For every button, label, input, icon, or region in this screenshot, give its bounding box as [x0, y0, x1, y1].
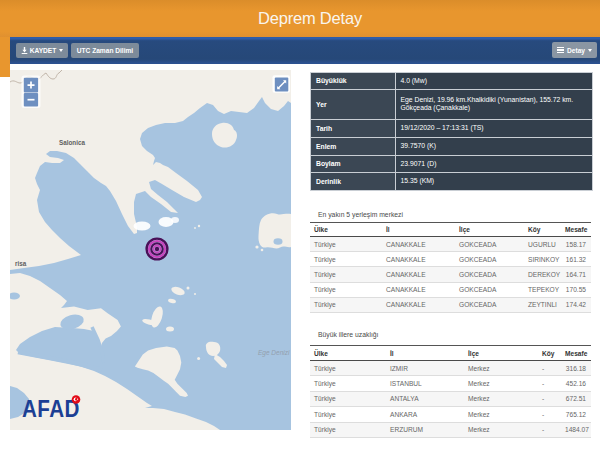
svg-text:Ege Denizi: Ege Denizi [258, 349, 290, 357]
svg-text:risa: risa [15, 260, 27, 267]
svg-text:AFAD: AFAD [22, 396, 80, 423]
svg-text:Salonica: Salonica [59, 139, 85, 146]
